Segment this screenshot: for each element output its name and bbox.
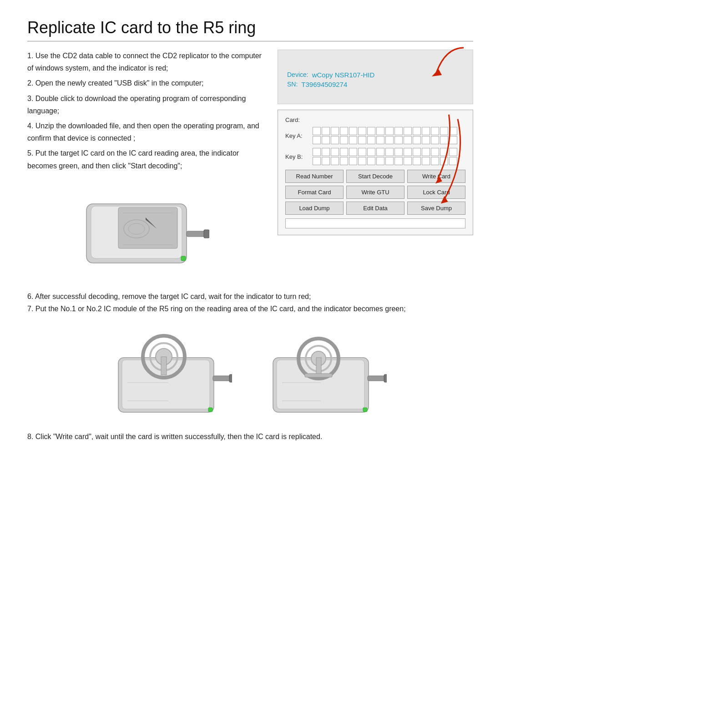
keyb-box bbox=[413, 157, 421, 165]
step8-text: 8. Click "Write card", wait until the ca… bbox=[27, 430, 473, 443]
start-decode-button[interactable]: Start Decode bbox=[346, 170, 404, 183]
svg-rect-2 bbox=[118, 207, 177, 248]
keya-box bbox=[340, 127, 348, 135]
keya-boxes bbox=[313, 127, 457, 144]
steps-6-7: 6. After successful decoding, remove the… bbox=[27, 290, 473, 315]
load-dump-button[interactable]: Load Dump bbox=[285, 202, 344, 215]
device-name: wCopy NSR107-HID bbox=[312, 71, 375, 79]
bottom-illustrations bbox=[27, 326, 473, 417]
keya-label: Key A: bbox=[285, 132, 313, 139]
keyb-box bbox=[404, 148, 412, 156]
device-label: Device: bbox=[287, 71, 308, 79]
step4-text: 4. Unzip the downloaded file, and then o… bbox=[27, 120, 264, 144]
svg-rect-6 bbox=[187, 231, 205, 237]
device-info-panel: Device: wCopy NSR107-HID SN: T3969450927… bbox=[278, 50, 473, 104]
keyb-box bbox=[422, 157, 430, 165]
svg-rect-22 bbox=[208, 408, 212, 412]
keyb-box bbox=[349, 148, 357, 156]
keyb-box bbox=[367, 148, 375, 156]
svg-rect-36 bbox=[384, 374, 387, 382]
svg-rect-31 bbox=[305, 374, 332, 377]
step6-text: 6. After successful decoding, remove the… bbox=[27, 290, 473, 303]
keya-box bbox=[376, 136, 384, 144]
save-dump-button[interactable]: Save Dump bbox=[407, 202, 465, 215]
keyb-box bbox=[340, 148, 348, 156]
keyb-box bbox=[394, 157, 403, 165]
keyb-box bbox=[449, 157, 457, 165]
svg-rect-7 bbox=[204, 230, 209, 238]
keya-box bbox=[431, 136, 439, 144]
keya-box bbox=[313, 127, 321, 135]
card-row: Card: bbox=[285, 116, 465, 123]
keya-box bbox=[449, 127, 457, 135]
lock-card-button[interactable]: Lock Card bbox=[407, 186, 465, 199]
keyb-box bbox=[322, 148, 330, 156]
keya-box bbox=[413, 136, 421, 144]
svg-rect-23 bbox=[213, 376, 230, 381]
svg-rect-19 bbox=[161, 357, 167, 375]
edit-data-button[interactable]: Edit Data bbox=[346, 202, 404, 215]
write-card-button[interactable]: Write Card bbox=[407, 170, 465, 183]
keyb-box bbox=[440, 157, 448, 165]
keya-box bbox=[385, 127, 394, 135]
keyb-box bbox=[358, 148, 366, 156]
keya-box bbox=[349, 136, 357, 144]
keyb-row: Key B: bbox=[285, 148, 465, 165]
step5-text: 5. Put the target IC card on the IC card… bbox=[27, 147, 264, 172]
software-panel: Card: Key A: bbox=[278, 110, 473, 235]
keyb-box bbox=[385, 157, 394, 165]
step1-text: 1. Use the CD2 data cable to connect the… bbox=[27, 50, 264, 74]
keyb-box bbox=[367, 157, 375, 165]
step3-text: 3. Double click to download the operatin… bbox=[27, 92, 264, 117]
svg-rect-35 bbox=[368, 376, 385, 381]
keyb-box bbox=[349, 157, 357, 165]
right-panels: Device: wCopy NSR107-HID SN: T3969450927… bbox=[278, 50, 473, 277]
keya-box bbox=[376, 127, 384, 135]
sn-label: SN: bbox=[287, 81, 298, 88]
keyb-boxes bbox=[313, 148, 457, 165]
card-label: Card: bbox=[285, 116, 313, 123]
ring-device-illustration-1 bbox=[114, 326, 232, 417]
keyb-box bbox=[322, 157, 330, 165]
keya-row: Key A: bbox=[285, 127, 465, 144]
keya-box bbox=[440, 127, 448, 135]
keyb-box bbox=[440, 148, 448, 156]
step2-text: 2. Open the newly created "USB disk" in … bbox=[27, 77, 264, 89]
keya-box bbox=[367, 127, 375, 135]
keyb-box bbox=[413, 148, 421, 156]
keya-box bbox=[431, 127, 439, 135]
keyb-box bbox=[376, 157, 384, 165]
keyb-box bbox=[376, 148, 384, 156]
keya-box bbox=[358, 127, 366, 135]
keyb-box bbox=[422, 148, 430, 156]
keya-box bbox=[358, 136, 366, 144]
keya-box bbox=[322, 127, 330, 135]
keya-box bbox=[449, 136, 457, 144]
keya-box bbox=[331, 127, 339, 135]
format-card-button[interactable]: Format Card bbox=[285, 186, 344, 199]
keya-box bbox=[422, 127, 430, 135]
keya-box bbox=[394, 127, 403, 135]
instructions-left: 1. Use the CD2 data cable to connect the… bbox=[27, 50, 264, 277]
keyb-label: Key B: bbox=[285, 153, 313, 160]
keyb-box bbox=[331, 157, 339, 165]
keya-box bbox=[331, 136, 339, 144]
keyb-box bbox=[385, 148, 394, 156]
write-gtu-button[interactable]: Write GTU bbox=[346, 186, 404, 199]
keya-box bbox=[422, 136, 430, 144]
ring-device-illustration-2 bbox=[268, 326, 387, 417]
svg-rect-5 bbox=[181, 256, 186, 261]
keya-box bbox=[313, 136, 321, 144]
keyb-box bbox=[358, 157, 366, 165]
svg-rect-34 bbox=[363, 408, 367, 412]
keya-box bbox=[394, 136, 403, 144]
device-illustration-area bbox=[27, 177, 264, 268]
keya-box bbox=[404, 136, 412, 144]
read-number-button[interactable]: Read Number bbox=[285, 170, 344, 183]
page-title: Replicate IC card to the R5 ring bbox=[27, 18, 473, 37]
keyb-box bbox=[340, 157, 348, 165]
keya-box bbox=[340, 136, 348, 144]
keya-box bbox=[349, 127, 357, 135]
keyb-box bbox=[404, 157, 412, 165]
keyb-box bbox=[449, 148, 457, 156]
